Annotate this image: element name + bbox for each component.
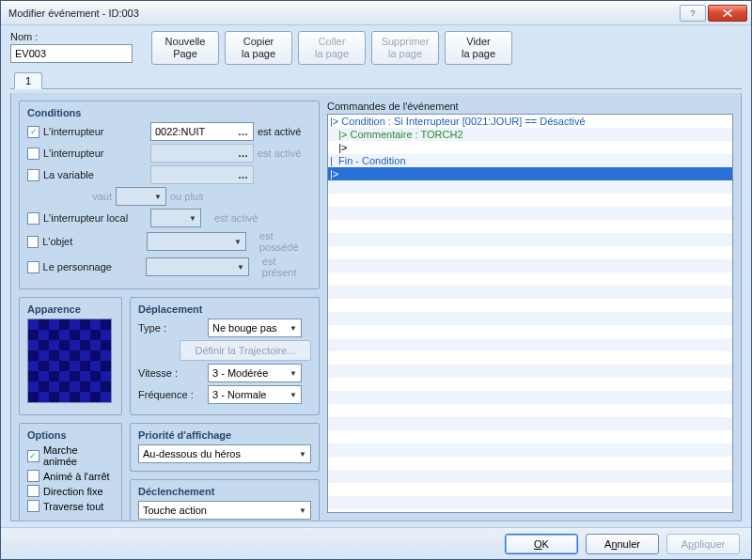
commands-title: Commandes de l'événement (327, 101, 733, 112)
ellipsis-icon: … (238, 148, 249, 159)
command-line[interactable] (328, 457, 732, 470)
paste-page-button[interactable]: Collerla page (298, 31, 366, 65)
cond-item-suffix: est possédé (259, 230, 311, 253)
opt-thru-check[interactable] (27, 500, 39, 512)
cond-switch2-check[interactable] (27, 148, 39, 160)
command-line[interactable] (328, 470, 732, 483)
titlebar[interactable]: Modifier événement - ID:003 ? (1, 1, 751, 25)
cond-item-input: ▼ (147, 232, 246, 251)
cond-selfswitch-check[interactable] (27, 212, 39, 225)
command-line[interactable] (328, 286, 732, 299)
cond-selfswitch-label: L'interrupteur local (43, 212, 147, 224)
command-line[interactable] (328, 404, 732, 417)
command-line[interactable]: | Fin - Condition (328, 154, 732, 167)
ok-button[interactable]: OK (505, 534, 578, 554)
cond-variable-label: La variable (43, 169, 147, 180)
command-line[interactable] (328, 299, 732, 312)
page-tabs: 1 (10, 70, 742, 89)
command-line[interactable]: |> (328, 141, 732, 154)
cond-variable-check[interactable] (27, 169, 39, 181)
name-column: Nom : (10, 31, 133, 63)
event-editor-window: Modifier événement - ID:003 ? Nom : Nouv… (0, 0, 752, 560)
options-title: Options (27, 429, 114, 441)
cond-selfswitch-suffix: est activé (214, 212, 258, 224)
move-freq-label: Fréquence : (138, 389, 204, 400)
opt-dir-label: Direction fixe (43, 486, 103, 497)
apply-button: Appliquer (666, 534, 740, 554)
command-line[interactable] (328, 483, 732, 496)
movement-title: Déplacement (138, 303, 311, 315)
command-line[interactable] (328, 391, 732, 404)
ellipsis-icon[interactable]: … (238, 126, 249, 137)
command-line[interactable] (328, 351, 732, 365)
dialog-body: Nom : NouvellePage Copierla page Collerl… (1, 25, 751, 527)
trigger-title: Déclenchement (138, 486, 311, 497)
command-line[interactable] (328, 338, 732, 351)
cond-actor-check[interactable] (27, 261, 39, 273)
command-line[interactable]: |> Condition : Si Interrupteur [0021:JOU… (328, 115, 732, 128)
command-line[interactable] (328, 325, 732, 338)
priority-select[interactable]: Au-dessous du héros▼ (138, 444, 311, 463)
conditions-group: Conditions ✓ L'interrupteur 0022:NUIT… e… (19, 101, 320, 289)
command-line[interactable]: |> (328, 167, 732, 180)
cond-actor-input: ▼ (146, 257, 249, 276)
help-button[interactable]: ? (680, 5, 706, 22)
commands-list[interactable]: |> Condition : Si Interrupteur [0021:JOU… (327, 114, 733, 513)
opt-step-label: Animé à l'arrêt (43, 471, 110, 482)
command-line[interactable] (328, 259, 732, 272)
opt-walk-check[interactable]: ✓ (27, 450, 39, 462)
priority-title: Priorité d'affichage (138, 429, 311, 441)
copy-page-button[interactable]: Copierla page (225, 31, 292, 65)
move-speed-select[interactable]: 3 - Modérée▼ (208, 364, 302, 382)
command-line[interactable] (328, 365, 732, 378)
cond-switch1-input[interactable]: 0022:NUIT… (150, 122, 254, 141)
command-line[interactable] (328, 272, 732, 286)
opt-thru-label: Traverse tout (43, 501, 103, 512)
command-line[interactable] (328, 430, 732, 443)
move-freq-select[interactable]: 3 - Normale▼ (208, 385, 302, 404)
opt-walk-label: Marche animée (43, 444, 114, 467)
sprite-preview[interactable] (27, 319, 112, 403)
cond-item-check[interactable] (27, 236, 39, 248)
command-line[interactable] (328, 378, 732, 391)
close-button[interactable] (708, 5, 747, 22)
window-buttons: ? (680, 5, 747, 22)
move-type-select[interactable]: Ne bouge pas▼ (208, 319, 302, 337)
name-label: Nom : (10, 31, 133, 42)
opt-dir-check[interactable] (27, 485, 39, 497)
conditions-title: Conditions (27, 107, 311, 118)
trajectory-button: Définir la Trajectoire... (180, 340, 311, 361)
appearance-title: Apparence (27, 303, 114, 315)
trigger-select[interactable]: Touche action▼ (138, 501, 311, 520)
command-line[interactable] (328, 312, 732, 325)
new-page-button[interactable]: NouvellePage (151, 31, 219, 65)
command-line[interactable] (328, 246, 732, 259)
command-line[interactable] (328, 496, 732, 509)
cond-actor-suffix: est présent (262, 256, 311, 278)
command-line[interactable] (328, 417, 732, 430)
cond-variable-value: ▼ (116, 187, 166, 206)
tab-page-1[interactable]: 1 (14, 72, 42, 89)
ellipsis-icon: … (238, 169, 249, 180)
cond-actor-label: Le personnage (43, 261, 143, 272)
command-line[interactable] (328, 180, 732, 194)
delete-page-button[interactable]: Supprimerla page (371, 31, 439, 65)
command-line[interactable] (328, 194, 732, 207)
opt-step-check[interactable] (27, 470, 39, 482)
dialog-footer: OK Annuler Appliquer (1, 527, 751, 559)
cond-switch1-check[interactable]: ✓ (27, 126, 39, 138)
command-line[interactable]: |> Commentaire : TORCH2 (328, 128, 732, 141)
close-icon (723, 9, 732, 17)
cond-switch2-suffix: est activé (258, 148, 301, 159)
command-line[interactable] (328, 207, 732, 220)
move-type-label: Type : (138, 322, 204, 334)
command-line[interactable] (328, 220, 732, 233)
clear-page-button[interactable]: Viderla page (445, 31, 512, 65)
trigger-group: Déclenchement Touche action▼ (130, 479, 320, 521)
cancel-button[interactable]: Annuler (586, 534, 659, 554)
command-line[interactable] (328, 233, 732, 246)
command-line[interactable] (328, 443, 732, 457)
name-input[interactable] (10, 44, 133, 63)
page-pane: Conditions ✓ L'interrupteur 0022:NUIT… e… (10, 93, 742, 521)
move-speed-label: Vitesse : (138, 367, 204, 379)
